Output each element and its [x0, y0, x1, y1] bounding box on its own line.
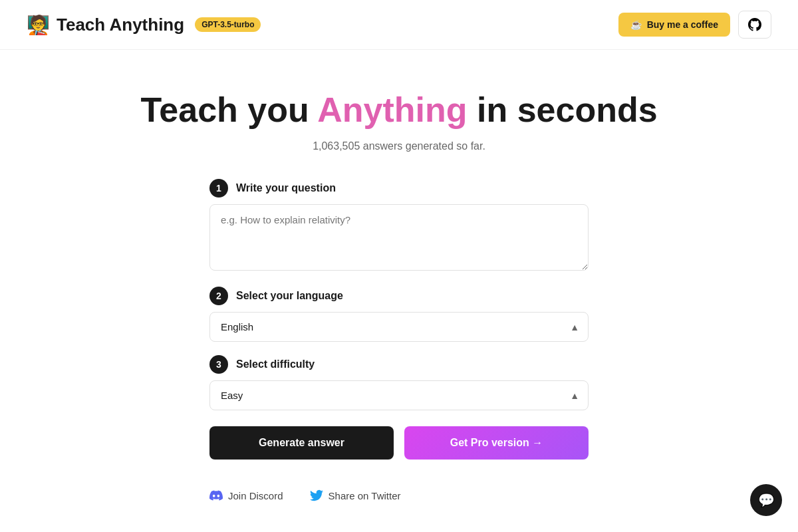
twitter-label: Share on Twitter	[329, 490, 401, 501]
twitter-icon	[310, 489, 323, 502]
buy-coffee-button[interactable]: ☕ Buy me a coffee	[618, 13, 730, 37]
logo-title: Teach Anything	[57, 15, 184, 35]
hero-title: Teach you Anything in seconds	[140, 90, 657, 130]
step1-number: 1	[209, 179, 228, 198]
step3-label: 3 Select difficulty	[209, 355, 589, 374]
question-textarea[interactable]	[209, 204, 589, 271]
github-button[interactable]	[738, 11, 771, 39]
gpt-badge: GPT-3.5-turbo	[195, 17, 261, 32]
title-highlight: Anything	[317, 90, 467, 129]
logo-emoji: 🧑‍🏫	[27, 14, 50, 36]
step1-text: Write your question	[236, 182, 336, 194]
step1-section: 1 Write your question	[209, 179, 589, 273]
buttons-row: Generate answer Get Pro version →	[209, 426, 589, 460]
generate-button[interactable]: Generate answer	[209, 426, 394, 460]
step3-number: 3	[209, 355, 228, 374]
buy-coffee-label: Buy me a coffee	[647, 19, 718, 30]
github-icon	[748, 18, 761, 31]
header-left: 🧑‍🏫 Teach Anything GPT-3.5-turbo	[27, 14, 261, 36]
discord-icon	[209, 489, 223, 502]
header-right: ☕ Buy me a coffee	[618, 11, 771, 39]
language-select[interactable]: English Spanish French German Japanese C…	[209, 312, 589, 342]
header: 🧑‍🏫 Teach Anything GPT-3.5-turbo ☕ Buy m…	[0, 0, 798, 50]
chat-bubble-button[interactable]: 💬	[750, 484, 782, 516]
title-start: Teach you	[140, 90, 317, 129]
difficulty-select[interactable]: Easy Medium Hard	[209, 380, 589, 410]
step2-text: Select your language	[236, 290, 343, 302]
difficulty-select-wrapper: Easy Medium Hard ▲	[209, 380, 589, 410]
step2-label: 2 Select your language	[209, 287, 589, 305]
chat-icon: 💬	[758, 492, 775, 508]
discord-link[interactable]: Join Discord	[209, 489, 283, 502]
language-select-wrapper: English Spanish French German Japanese C…	[209, 312, 589, 342]
title-end: in seconds	[467, 90, 658, 129]
pro-version-button[interactable]: Get Pro version →	[404, 426, 589, 460]
main-content: Teach you Anything in seconds 1,063,505 …	[0, 50, 798, 529]
step3-section: 3 Select difficulty Easy Medium Hard ▲	[209, 355, 589, 410]
step2-section: 2 Select your language English Spanish F…	[209, 287, 589, 342]
coffee-icon: ☕	[630, 19, 642, 30]
step3-text: Select difficulty	[236, 358, 315, 370]
social-links: Join Discord Share on Twitter	[209, 489, 589, 502]
step1-label: 1 Write your question	[209, 179, 589, 198]
twitter-link[interactable]: Share on Twitter	[310, 489, 401, 502]
subtitle: 1,063,505 answers generated so far.	[313, 140, 485, 152]
step2-number: 2	[209, 287, 228, 305]
form-container: 1 Write your question 2 Select your lang…	[209, 179, 589, 502]
discord-label: Join Discord	[228, 490, 283, 501]
